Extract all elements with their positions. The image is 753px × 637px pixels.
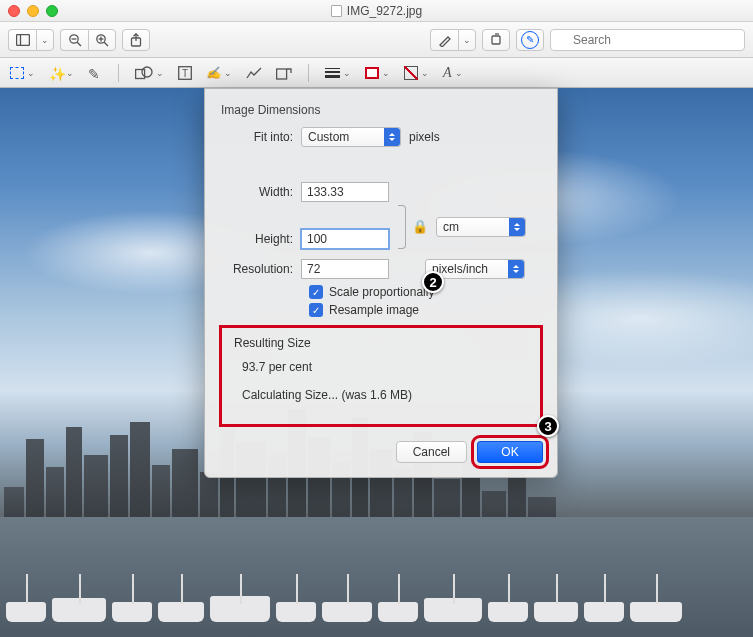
sign-button[interactable]: ✍⌄: [206, 66, 232, 80]
adjust-size-button[interactable]: [276, 66, 292, 80]
scale-proportionally-checkbox[interactable]: ✓: [309, 285, 323, 299]
border-color-button[interactable]: ⌄: [365, 67, 390, 79]
adjust-size-dialog: Image Dimensions Fit into: Custom pixels…: [204, 88, 558, 478]
resulting-size-status: Calculating Size... (was 1.6 MB): [242, 388, 530, 402]
select-arrows-icon: [509, 218, 525, 236]
scale-proportionally-label: Scale proportionally: [329, 285, 434, 299]
resample-image-checkbox[interactable]: ✓: [309, 303, 323, 317]
width-label: Width:: [219, 185, 301, 199]
fullscreen-window-button[interactable]: [46, 5, 58, 17]
document-icon: [331, 5, 342, 17]
resulting-size-percent: 93.7 per cent: [242, 360, 530, 374]
cancel-button[interactable]: Cancel: [396, 441, 467, 463]
svg-text:T: T: [182, 68, 188, 79]
zoom-out-button[interactable]: [60, 29, 88, 51]
instant-alpha-button[interactable]: ✨⌄: [49, 66, 74, 80]
search-input[interactable]: [550, 29, 745, 51]
resolution-input[interactable]: 72: [301, 259, 389, 279]
highlight-menu-button[interactable]: ⌄: [458, 29, 476, 51]
dimension-unit-select[interactable]: cm: [436, 217, 526, 237]
resample-image-label: Resample image: [329, 303, 419, 317]
sidebar-toggle-button[interactable]: [8, 29, 36, 51]
svg-rect-11: [492, 36, 500, 44]
fitinto-select[interactable]: Custom: [301, 127, 401, 147]
main-toolbar: ⌄ ⌄ ✎: [0, 22, 753, 58]
svg-point-14: [142, 67, 152, 77]
text-tool-button[interactable]: T: [178, 66, 192, 80]
close-window-button[interactable]: [8, 5, 20, 17]
window-controls: [8, 5, 58, 17]
fitinto-value: Custom: [308, 130, 349, 144]
ok-button-label: OK: [501, 445, 518, 459]
svg-rect-13: [136, 69, 145, 78]
svg-rect-17: [277, 69, 287, 79]
resulting-size-box: Resulting Size 93.7 per cent Calculating…: [219, 325, 543, 427]
select-arrows-icon: [384, 128, 400, 146]
lock-icon: 🔒: [412, 219, 428, 234]
resolution-label: Resolution:: [219, 262, 301, 276]
share-button[interactable]: [122, 29, 150, 51]
markup-toggle-button[interactable]: ✎: [516, 29, 544, 51]
shapes-button[interactable]: ⌄: [135, 66, 164, 80]
height-input[interactable]: 100: [301, 229, 389, 249]
adjust-color-button[interactable]: [246, 67, 262, 79]
toolbar-separator: [308, 64, 309, 82]
toolbar-separator: [118, 64, 119, 82]
annotation-callout-3: 3: [537, 415, 559, 437]
fill-color-button[interactable]: ⌄: [404, 66, 429, 80]
svg-line-6: [104, 42, 108, 46]
cancel-button-label: Cancel: [413, 445, 450, 459]
select-arrows-icon: [508, 260, 524, 278]
sidebar-menu-button[interactable]: ⌄: [36, 29, 54, 51]
width-input[interactable]: 133.33: [301, 182, 389, 202]
ok-button[interactable]: OK: [477, 441, 543, 463]
constrain-bracket-icon: [398, 205, 406, 249]
draw-tool-button[interactable]: ✎: [88, 66, 102, 80]
selection-tool-button[interactable]: ⌄: [10, 67, 35, 79]
text-style-button[interactable]: A⌄: [443, 65, 463, 81]
height-label: Height:: [219, 232, 301, 246]
fitinto-label: Fit into:: [219, 130, 301, 144]
line-style-button[interactable]: ⌄: [325, 68, 351, 78]
svg-line-3: [77, 42, 81, 46]
highlight-button[interactable]: [430, 29, 458, 51]
annotation-callout-2: 2: [422, 271, 444, 293]
resulting-size-title: Resulting Size: [234, 336, 530, 350]
zoom-in-button[interactable]: [88, 29, 116, 51]
window-titlebar: IMG_9272.jpg: [0, 0, 753, 22]
fitinto-unit: pixels: [409, 130, 440, 144]
width-value: 133.33: [307, 185, 344, 199]
markup-toolbar: ⌄ ✨⌄ ✎ ⌄ T ✍⌄ ⌄ ⌄ ⌄ A⌄: [0, 58, 753, 88]
boats-area: [0, 532, 753, 622]
height-value: 100: [307, 232, 327, 246]
dialog-section-title: Image Dimensions: [221, 103, 543, 117]
minimize-window-button[interactable]: [27, 5, 39, 17]
rotate-button[interactable]: [482, 29, 510, 51]
svg-rect-0: [16, 34, 29, 45]
resolution-value: 72: [307, 262, 320, 276]
window-title: IMG_9272.jpg: [347, 4, 422, 18]
dimension-unit-value: cm: [443, 220, 459, 234]
